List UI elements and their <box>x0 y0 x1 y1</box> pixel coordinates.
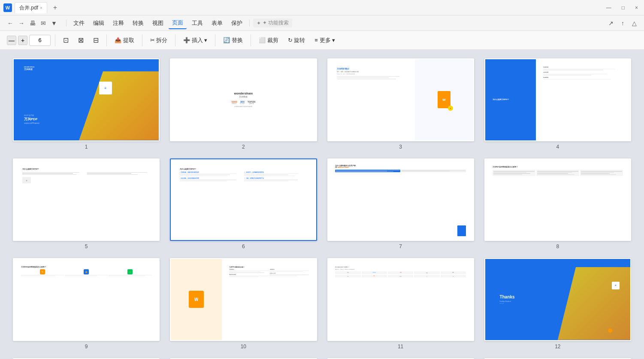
page-thumb-11[interactable]: 我们服务的客户有哪些？ 覆盖多行业，领域企业，帮助更多企业实现高效协作 华为 中… <box>327 258 474 341</box>
close-btn[interactable]: × <box>632 4 641 12</box>
extract-btn[interactable]: 📤 提取 <box>111 35 138 46</box>
menu-edit[interactable]: 编辑 <box>90 18 108 29</box>
extract-icon: ⊠ <box>78 36 84 44</box>
crop-btn[interactable]: ⬜ 裁剪 <box>255 35 282 46</box>
tab-close-btn[interactable]: × <box>40 6 42 10</box>
slide-6-content: 为什么选择万兴PDF? ✓ 安装快捷，流畅全面功能更多样 ✓ 支持护行，文档编辑… <box>171 159 316 240</box>
menu-file[interactable]: 文件 <box>70 18 88 29</box>
slide-8-content: 万兴PDF如何帮您提高办公效率？ <box>485 159 630 240</box>
rotate-label: ↻ 旋转 <box>288 37 305 44</box>
search-star-icon: ✦ <box>257 20 261 26</box>
menu-separator-2 <box>249 20 250 27</box>
page-num-9: 9 <box>85 344 88 350</box>
toolbar: — + ⊡ ⊠ ⊟ 📤 提取 ✂ 拆分 ➕ 插入 ▾ 🔄 替换 ⬜ 裁剪 ↻ 旋… <box>0 31 644 50</box>
more-label: ≡ 更多 ▾ <box>314 37 335 44</box>
thanks-title: Thanks <box>500 295 515 299</box>
page-item-2[interactable]: wondershare 万兴科技 5000全球员工 300百万用户 TOP100… <box>170 58 317 150</box>
tab-title: 合并.pdf <box>19 4 38 12</box>
page-item-11[interactable]: 我们服务的客户有哪些？ 覆盖多行业，领域企业，帮助更多企业实现高效协作 华为 中… <box>327 258 474 350</box>
extract-label: 📤 提取 <box>115 37 134 44</box>
redo-btn[interactable]: → <box>16 18 27 28</box>
menu-tools[interactable]: 工具 <box>188 18 206 29</box>
toolbar-divider-1 <box>55 34 55 46</box>
page-num-11: 11 <box>398 344 403 350</box>
menu-convert[interactable]: 转换 <box>129 18 147 29</box>
page-thumb-8[interactable]: 万兴PDF如何帮您提高办公效率？ <box>484 158 631 241</box>
insert-label: ➕ 插入 ▾ <box>183 37 207 44</box>
cloud-btn[interactable]: △ <box>630 18 639 28</box>
toolbar-divider-5 <box>215 34 215 46</box>
print-btn[interactable]: 🖶 <box>27 18 38 28</box>
page-item-12[interactable]: Thanks Goodbye Shepherd sbn.com ≡ 12 <box>484 258 631 350</box>
new-tab-btn[interactable]: + <box>50 2 60 13</box>
dropdown-btn[interactable]: ▼ <box>49 18 59 28</box>
page-thumb-3[interactable]: 万兴PDF简介 强大、易用、真实的数字文档解决方案 专业PDF工具，让每一个文档… <box>327 58 474 141</box>
delete-page-btn[interactable]: ⊟ <box>90 35 102 46</box>
page-thumb-5[interactable]: 为什么选择万兴PDF? ≡ <box>13 158 160 241</box>
pdf-tab[interactable]: 合并.pdf × <box>15 2 47 13</box>
insert-page-btn[interactable]: ⊡ <box>60 35 72 46</box>
page-item-9[interactable]: 万兴PDF如何帮您提高办公效率？ ✎ 🔒 <box>13 258 160 350</box>
page-num-10: 10 <box>241 344 246 350</box>
page-num-5: 5 <box>85 243 88 249</box>
extract-page-btn[interactable]: ⊠ <box>75 35 87 46</box>
page-num-3: 3 <box>399 144 402 150</box>
menu-page[interactable]: 页面 <box>169 17 187 29</box>
insert-btn[interactable]: ➕ 插入 ▾ <box>180 35 211 46</box>
menu-protect[interactable]: 保护 <box>228 18 246 29</box>
page-item-6[interactable]: 为什么选择万兴PDF? ✓ 安装快捷，流畅全面功能更多样 ✓ 支持护行，文档编辑… <box>170 158 317 250</box>
page-number-input[interactable] <box>29 35 51 46</box>
page-minus-btn[interactable]: — <box>7 36 16 45</box>
split-btn[interactable]: ✂ 拆分 <box>147 35 171 46</box>
page-thumb-1[interactable]: wondershare万兴科技 2021产品手册 万兴PDF 你需要的全面PDF… <box>13 58 160 141</box>
title-bar-right: — □ × <box>604 4 641 12</box>
page-item-5[interactable]: 为什么选择万兴PDF? ≡ 5 <box>13 158 160 250</box>
toolbar-divider-6 <box>251 34 251 46</box>
slide-9-content: 万兴PDF如何帮您提高办公效率？ ✎ 🔒 <box>14 259 159 340</box>
menu-view[interactable]: 视图 <box>149 18 167 29</box>
insert-page-icon: ⊡ <box>63 36 69 44</box>
func-search[interactable]: ✦ ✦ 功能搜索 <box>253 18 292 27</box>
menu-bar: ← → 🖶 ✉ ▼ 文件 编辑 注释 转换 视图 页面 工具 表单 保护 ✦ ✦… <box>0 15 644 31</box>
more-btn[interactable]: ≡ 更多 ▾ <box>311 35 339 46</box>
page-thumb-10[interactable]: W 万兴PDF有哪些特色功能？ 文档流量优化 <box>170 258 317 341</box>
split-label: ✂ 拆分 <box>150 37 168 44</box>
rotate-btn[interactable]: ↻ 旋转 <box>284 35 309 46</box>
page-plus-btn[interactable]: + <box>18 36 27 45</box>
page-num-2: 2 <box>242 144 245 150</box>
page-thumb-9[interactable]: 万兴PDF如何帮您提高办公效率？ ✎ 🔒 <box>13 258 160 341</box>
page-thumb-12[interactable]: Thanks Goodbye Shepherd sbn.com ≡ <box>484 258 631 341</box>
toolbar-divider-4 <box>175 34 175 46</box>
content-area[interactable]: wondershare万兴科技 2021产品手册 万兴PDF 你需要的全面PDF… <box>0 50 644 359</box>
minimize-btn[interactable]: — <box>604 4 614 12</box>
page-item-1[interactable]: wondershare万兴科技 2021产品手册 万兴PDF 你需要的全面PDF… <box>13 58 160 150</box>
app-icon: W <box>3 3 12 12</box>
upload-btn[interactable]: ↑ <box>619 18 626 28</box>
page-thumb-2[interactable]: wondershare 万兴科技 5000全球员工 300百万用户 TOP100… <box>170 58 317 141</box>
page-nav: — + <box>7 35 51 46</box>
page-item-8[interactable]: 万兴PDF如何帮您提高办公效率？ <box>484 158 631 250</box>
page-thumb-7[interactable]: 为什么越来越多企业用户移用 Adobe Acrobat? <box>327 158 474 241</box>
slide-5-content: 为什么选择万兴PDF? ≡ <box>14 159 159 240</box>
menu-form[interactable]: 表单 <box>208 18 226 29</box>
mail-btn[interactable]: ✉ <box>39 18 48 28</box>
menu-annotate[interactable]: 注释 <box>109 18 127 29</box>
page-item-3[interactable]: 万兴PDF简介 强大、易用、真实的数字文档解决方案 专业PDF工具，让每一个文档… <box>327 58 474 150</box>
thanks-sub1: Goodbye Shepherd <box>500 301 515 302</box>
page-thumb-6[interactable]: 为什么选择万兴PDF? ✓ 安装快捷，流畅全面功能更多样 ✓ 支持护行，文档编辑… <box>170 158 317 241</box>
menu-left-icons: ← → 🖶 ✉ ▼ <box>5 18 59 28</box>
page-item-10[interactable]: W 万兴PDF有哪些特色功能？ 文档流量优化 <box>170 258 317 350</box>
page-item-7[interactable]: 为什么越来越多企业用户移用 Adobe Acrobat? <box>327 158 474 250</box>
replace-label: 🔄 替换 <box>223 37 243 44</box>
maximize-btn[interactable]: □ <box>619 4 627 12</box>
title-bar-left: W 合并.pdf × + <box>3 2 604 13</box>
page-item-4[interactable]: 为什么选择万兴PDF? 完全兼容功能 企业安全管理 安全保密功能 <box>484 58 631 150</box>
page-thumb-4[interactable]: 为什么选择万兴PDF? 完全兼容功能 企业安全管理 安全保密功能 <box>484 58 631 141</box>
page-num-12: 12 <box>555 344 560 350</box>
share-btn[interactable]: ↗ <box>606 18 616 28</box>
page-num-8: 8 <box>556 243 559 249</box>
thanks-sub2: sbn.com <box>500 303 515 304</box>
replace-btn[interactable]: 🔄 替换 <box>220 35 246 46</box>
undo-btn[interactable]: ← <box>5 18 15 28</box>
func-search-label: ✦ 功能搜索 <box>263 19 289 27</box>
